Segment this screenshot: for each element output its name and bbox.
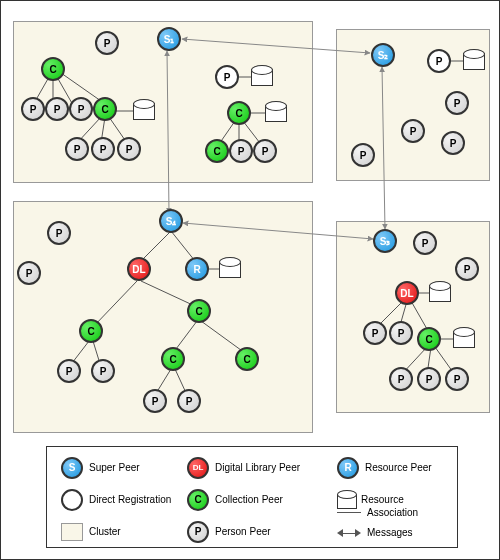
legend-resource-peer-icon: R (337, 457, 359, 479)
legend-collection-icon: C (187, 489, 209, 511)
legend-dl-label: Digital Library Peer (215, 462, 300, 473)
person-peer: P (441, 131, 465, 155)
resource-cylinder (133, 99, 153, 121)
person-peer: P (363, 321, 387, 345)
person-peer: P (95, 31, 119, 55)
super-peer-s4: S₄ (159, 209, 183, 233)
legend-direct-reg-icon (61, 489, 83, 511)
digital-library-peer: DL (127, 257, 151, 281)
person-peer: P (417, 367, 441, 391)
legend-resource-label: Resource (361, 494, 404, 505)
person-peer: P (45, 97, 69, 121)
person-peer: P (229, 139, 253, 163)
person-peer: P (445, 91, 469, 115)
legend-messages-icon (337, 528, 361, 538)
legend-cluster-icon (61, 523, 83, 541)
legend-messages-label: Messages (367, 527, 413, 538)
person-peer: P (445, 367, 469, 391)
legend: SSuper Peer DLDigital Library Peer RReso… (46, 446, 458, 548)
collection-peer: C (227, 101, 251, 125)
collection-peer: C (79, 319, 103, 343)
person-peer: P (69, 97, 93, 121)
collection-peer: C (161, 347, 185, 371)
person-peer: P (143, 389, 167, 413)
legend-person-label: Person Peer (215, 526, 271, 537)
legend-collection-label: Collection Peer (215, 494, 283, 505)
legend-person-icon: P (187, 521, 209, 543)
diagram-canvas: S₁ P C P P P C P P P P C C P P S₂ P P P … (0, 0, 500, 560)
person-peer: P (117, 137, 141, 161)
person-peer: P (21, 97, 45, 121)
person-peer: P (253, 139, 277, 163)
person-peer: P (389, 367, 413, 391)
resource-cylinder (265, 101, 285, 123)
legend-association-icon (337, 512, 361, 513)
collection-peer: C (205, 139, 229, 163)
collection-peer: C (235, 347, 259, 371)
person-peer: P (91, 137, 115, 161)
super-peer-s3: S₃ (373, 229, 397, 253)
legend-dl-icon: DL (187, 457, 209, 479)
direct-registration: P (215, 65, 239, 89)
person-peer: P (91, 359, 115, 383)
digital-library-peer: DL (395, 281, 419, 305)
person-peer: P (401, 119, 425, 143)
legend-super-peer-label: Super Peer (89, 462, 140, 473)
resource-cylinder (453, 327, 473, 349)
person-peer: P (351, 143, 375, 167)
collection-peer: C (93, 97, 117, 121)
person-peer: P (65, 137, 89, 161)
resource-cylinder (251, 65, 271, 87)
legend-resource-peer-label: Resource Peer (365, 462, 432, 473)
person-peer: P (413, 231, 437, 255)
direct-registration: P (427, 49, 451, 73)
collection-peer: C (187, 299, 211, 323)
legend-super-peer-icon: S (61, 457, 83, 479)
collection-peer: C (41, 57, 65, 81)
resource-cylinder (429, 281, 449, 303)
legend-association-label: Association (367, 507, 418, 518)
person-peer: P (177, 389, 201, 413)
person-peer: P (389, 321, 413, 345)
collection-peer: C (417, 327, 441, 351)
person-peer: P (57, 359, 81, 383)
resource-cylinder (219, 257, 239, 279)
person-peer: P (47, 221, 71, 245)
person-peer: P (455, 257, 479, 281)
legend-direct-reg-label: Direct Registration (89, 495, 171, 505)
resource-peer: R (185, 257, 209, 281)
resource-cylinder (463, 49, 483, 71)
super-peer-s2: S₂ (371, 43, 395, 67)
super-peer-s1: S₁ (157, 27, 181, 51)
person-peer: P (17, 261, 41, 285)
legend-cluster-label: Cluster (89, 526, 121, 537)
